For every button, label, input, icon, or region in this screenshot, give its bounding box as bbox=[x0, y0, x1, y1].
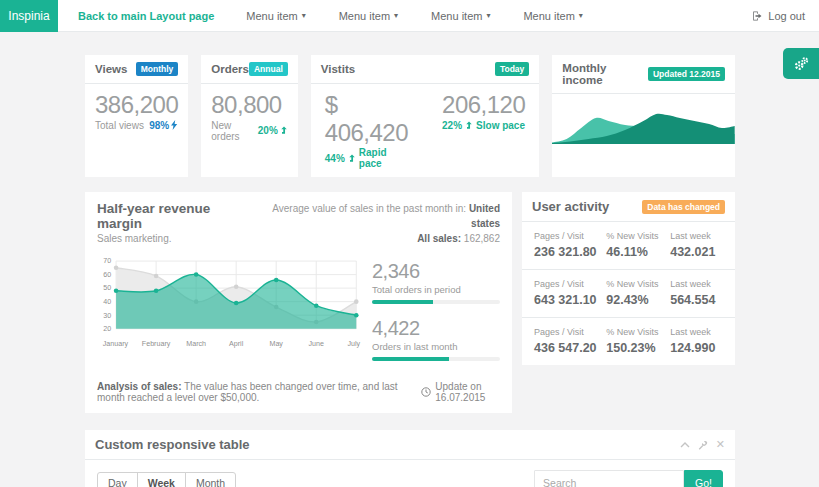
revenue-meta: Average value of sales in the past month… bbox=[252, 201, 500, 246]
chevron-down-icon: ▾ bbox=[579, 11, 583, 20]
tab-week[interactable]: Week bbox=[137, 472, 186, 487]
wrench-icon[interactable] bbox=[698, 440, 708, 450]
svg-text:February: February bbox=[142, 340, 171, 348]
gears-icon bbox=[793, 56, 810, 72]
activity-row: Pages / Visit436 547.20 % New Visits150.… bbox=[522, 318, 735, 365]
svg-text:July: July bbox=[347, 340, 360, 348]
updated-badge: Updated 12.2015 bbox=[648, 67, 725, 81]
orders-delta: 20% bbox=[258, 125, 278, 136]
views-delta: 98% bbox=[149, 120, 169, 131]
chevron-down-icon: ▾ bbox=[302, 11, 306, 20]
orders-month-label: Orders in last month bbox=[372, 341, 500, 352]
visits-card: Vistits Today $ 406,420 44% Rapid pace 2… bbox=[311, 55, 540, 177]
monthly-income-chart bbox=[552, 94, 735, 144]
visits-pace-2: Slow pace bbox=[476, 120, 525, 131]
collapse-icon[interactable] bbox=[680, 441, 690, 449]
level-up-icon bbox=[348, 154, 356, 163]
income-card-title: Monthly income bbox=[562, 62, 648, 86]
revenue-panel-subtitle: Sales marketing. bbox=[97, 233, 252, 244]
orders-month-value: 4,422 bbox=[372, 317, 500, 340]
visits-card-title: Vistits bbox=[321, 63, 355, 75]
data-changed-badge: Data has changed bbox=[642, 200, 725, 214]
revenue-stats: 2,346 Total orders in period 4,422 Order… bbox=[372, 254, 500, 374]
back-to-layout-link[interactable]: Back to main Layout page bbox=[78, 10, 214, 22]
activity-row: Pages / Visit643 321.10 % New Visits92.4… bbox=[522, 270, 735, 318]
svg-text:30: 30 bbox=[103, 312, 111, 320]
chevron-down-icon: ▾ bbox=[394, 11, 398, 20]
svg-text:April: April bbox=[229, 340, 244, 348]
table-panel-title: Custom responsive table bbox=[95, 437, 250, 452]
svg-text:70: 70 bbox=[103, 258, 111, 266]
visits-pace-1: Rapid pace bbox=[359, 147, 408, 169]
main-content: Views Monthly 386,200 Total views 98% bbox=[0, 32, 819, 487]
search-input[interactable] bbox=[534, 470, 684, 487]
visits-value-2: 206,120 bbox=[442, 91, 525, 119]
app-logo[interactable]: Inspinia bbox=[0, 0, 58, 32]
menu-item-dropdown-3[interactable]: Menu item ▾ bbox=[431, 10, 490, 22]
go-button[interactable]: Go! bbox=[684, 470, 723, 487]
user-activity-title: User activity bbox=[532, 199, 609, 214]
progress-bar bbox=[372, 300, 500, 304]
all-sales-label: All sales: bbox=[417, 233, 461, 244]
nav-menus: Menu item ▾ Menu item ▾ Menu item ▾ Menu… bbox=[246, 10, 583, 22]
revenue-chart: 203040506070JanuaryFebruaryMarchAprilMay… bbox=[97, 254, 362, 351]
revenue-panel: Half-year revenue margin Sales marketing… bbox=[85, 192, 512, 413]
level-up-icon bbox=[280, 126, 288, 135]
sign-out-icon bbox=[751, 10, 763, 22]
revenue-chart-area: 203040506070JanuaryFebruaryMarchAprilMay… bbox=[97, 254, 362, 374]
svg-text:May: May bbox=[269, 340, 283, 348]
monthly-badge: Monthly bbox=[136, 62, 179, 76]
svg-text:20: 20 bbox=[103, 325, 111, 333]
svg-text:60: 60 bbox=[103, 271, 111, 279]
dashboard-page: Inspinia Back to main Layout page Menu i… bbox=[0, 0, 819, 487]
level-up-icon bbox=[465, 121, 473, 130]
revenue-panel-title: Half-year revenue margin bbox=[97, 201, 252, 231]
tab-month[interactable]: Month bbox=[185, 472, 236, 487]
visits-delta-1: 44% bbox=[325, 153, 345, 164]
all-sales-value: 162,862 bbox=[464, 233, 500, 244]
close-icon[interactable]: ✕ bbox=[716, 438, 725, 451]
orders-period-label: Total orders in period bbox=[372, 284, 500, 295]
menu-item-dropdown-2[interactable]: Menu item ▾ bbox=[339, 10, 398, 22]
meta-country: United states bbox=[469, 203, 500, 229]
svg-text:40: 40 bbox=[103, 298, 111, 306]
orders-value: 80,800 bbox=[211, 91, 288, 119]
svg-text:March: March bbox=[186, 340, 206, 348]
visits-value-1: $ 406,420 bbox=[325, 91, 408, 146]
visits-metric-2: 206,120 22% Slow pace bbox=[442, 91, 525, 169]
svg-text:January: January bbox=[103, 340, 129, 348]
orders-period-value: 2,346 bbox=[372, 260, 500, 283]
today-badge: Today bbox=[495, 62, 529, 76]
logout-button[interactable]: Log out bbox=[751, 10, 805, 22]
period-tabs: Day Week Month bbox=[97, 472, 236, 487]
orders-card: Orders Annual 80,800 New orders 20% bbox=[201, 55, 298, 177]
chevron-down-icon: ▾ bbox=[486, 11, 490, 20]
views-value: 386,200 bbox=[95, 91, 178, 119]
svg-text:50: 50 bbox=[103, 285, 111, 293]
clock-icon bbox=[421, 387, 431, 397]
analysis-note: Analysis of sales: The value has been ch… bbox=[97, 381, 421, 403]
annual-badge: Annual bbox=[249, 62, 288, 76]
custom-table-panel: Custom responsive table ✕ Day Week Month bbox=[85, 430, 735, 487]
svg-text:June: June bbox=[309, 340, 324, 348]
theme-settings-button[interactable] bbox=[783, 48, 819, 79]
update-note: Update on 16.07.2015 bbox=[421, 381, 500, 403]
bolt-icon bbox=[171, 120, 178, 130]
menu-item-dropdown-4[interactable]: Menu item ▾ bbox=[523, 10, 582, 22]
monthly-income-card: Monthly income Updated 12.2015 bbox=[552, 55, 735, 177]
activity-row: Pages / Visit236 321.80 % New Visits46.1… bbox=[522, 222, 735, 270]
views-label: Total views bbox=[95, 120, 144, 131]
tab-day[interactable]: Day bbox=[97, 472, 138, 487]
views-card: Views Monthly 386,200 Total views 98% bbox=[85, 55, 188, 177]
visits-metric-1: $ 406,420 44% Rapid pace bbox=[325, 91, 408, 169]
orders-label: New orders bbox=[211, 120, 258, 142]
visits-delta-2: 22% bbox=[442, 120, 462, 131]
menu-item-dropdown-1[interactable]: Menu item ▾ bbox=[246, 10, 305, 22]
orders-card-title: Orders bbox=[211, 63, 249, 75]
views-card-title: Views bbox=[95, 63, 127, 75]
progress-bar bbox=[372, 357, 500, 361]
top-navbar: Inspinia Back to main Layout page Menu i… bbox=[0, 0, 819, 32]
user-activity-panel: User activity Data has changed Pages / V… bbox=[522, 192, 735, 365]
